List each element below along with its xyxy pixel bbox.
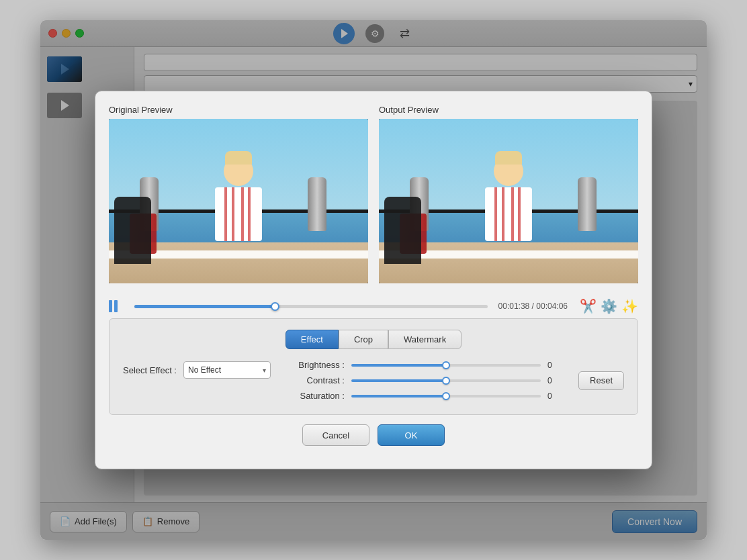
reset-label: Reset (590, 375, 613, 385)
person-head (224, 156, 253, 186)
brightness-label: Brightness : (284, 360, 345, 370)
original-preview-video (109, 119, 368, 283)
person-hair (225, 151, 252, 165)
tab-effect[interactable]: Effect (285, 330, 339, 349)
select-effect-label: Select Effect : (123, 365, 177, 375)
output-person-hair (495, 151, 522, 165)
output-shaker-right (578, 177, 597, 231)
time-display: 00:01:38 / 00:04:06 (498, 301, 568, 311)
output-preview-label: Output Preview (379, 105, 638, 115)
time-current: 00:01:38 (498, 301, 530, 311)
output-preview-video (379, 119, 638, 283)
brightness-slider[interactable] (351, 364, 541, 367)
modal-overlay: Original Preview (40, 20, 707, 540)
progress-thumb (271, 302, 279, 311)
tab-effect-label: Effect (301, 334, 323, 344)
video-scene-output (379, 119, 638, 283)
saturation-thumb (442, 392, 450, 400)
pause-bar-2 (114, 300, 118, 312)
modal-content: Original Preview (95, 91, 652, 469)
effects-modal: Original Preview (95, 91, 652, 469)
contrast-value: 0 (547, 376, 560, 385)
output-preview-col: Output Preview (379, 105, 638, 283)
effect-select-value: No Effect (188, 365, 221, 375)
contrast-row: Contrast : 0 (284, 375, 560, 385)
original-preview-col: Original Preview (109, 105, 368, 283)
tab-crop-label: Crop (354, 334, 373, 344)
effects-row: Select Effect : No Effect ▾ Brightness : (123, 360, 624, 401)
progress-fill (134, 305, 275, 308)
original-preview-label: Original Preview (109, 105, 368, 115)
scene-shaker-right (308, 177, 326, 231)
saturation-value: 0 (547, 391, 560, 401)
pause-button[interactable] (109, 297, 128, 316)
video-scene-original (109, 119, 368, 283)
time-separator: / (529, 301, 536, 311)
saturation-label: Saturation : (284, 391, 345, 401)
cancel-label: Cancel (322, 430, 349, 440)
output-scene-person (475, 156, 542, 250)
playback-area: 00:01:38 / 00:04:06 ✂️ ⚙️ ✨ (109, 291, 638, 318)
tab-crop[interactable]: Crop (339, 330, 388, 349)
time-total: 00:04:06 (536, 301, 568, 311)
person-body (215, 187, 262, 241)
magic-icon[interactable]: ✨ (621, 298, 638, 314)
contrast-label: Contrast : (284, 375, 345, 385)
output-person-body (485, 187, 532, 241)
output-dark-figure (384, 197, 421, 264)
preview-row: Original Preview (109, 105, 638, 283)
modal-footer: Cancel OK (109, 415, 638, 458)
contrast-thumb (442, 377, 450, 385)
pause-bar-1 (109, 300, 112, 312)
settings-icon[interactable]: ⚙️ (601, 298, 617, 314)
progress-track[interactable] (134, 305, 488, 308)
tabs-row: Effect Crop Watermark (123, 330, 624, 349)
tab-watermark[interactable]: Watermark (388, 330, 462, 349)
scene-person (205, 156, 272, 250)
saturation-slider[interactable] (351, 395, 541, 398)
toolbar-icons: ✂️ ⚙️ ✨ (580, 298, 638, 314)
scissors-icon[interactable]: ✂️ (580, 298, 597, 314)
contrast-slider[interactable] (351, 379, 541, 382)
ok-button[interactable]: OK (378, 424, 445, 446)
dark-figure (114, 197, 151, 264)
saturation-row: Saturation : 0 (284, 391, 560, 401)
cancel-button[interactable]: Cancel (302, 424, 369, 446)
reset-button[interactable]: Reset (578, 371, 624, 390)
output-person-head (494, 156, 523, 186)
ok-label: OK (405, 430, 418, 440)
tab-watermark-label: Watermark (404, 334, 446, 344)
brightness-row: Brightness : 0 (284, 360, 560, 370)
effect-left: Select Effect : No Effect ▾ (123, 361, 271, 379)
effect-select-arrow: ▾ (263, 367, 266, 374)
brightness-value: 0 (547, 361, 560, 370)
effect-select[interactable]: No Effect ▾ (183, 361, 271, 379)
sliders-col: Brightness : 0 Contrast : (284, 360, 560, 401)
brightness-thumb (442, 361, 450, 369)
app-window: ⚙ ⇄ (40, 20, 707, 540)
effects-panel: Effect Crop Watermark Select Effect : (109, 318, 638, 415)
